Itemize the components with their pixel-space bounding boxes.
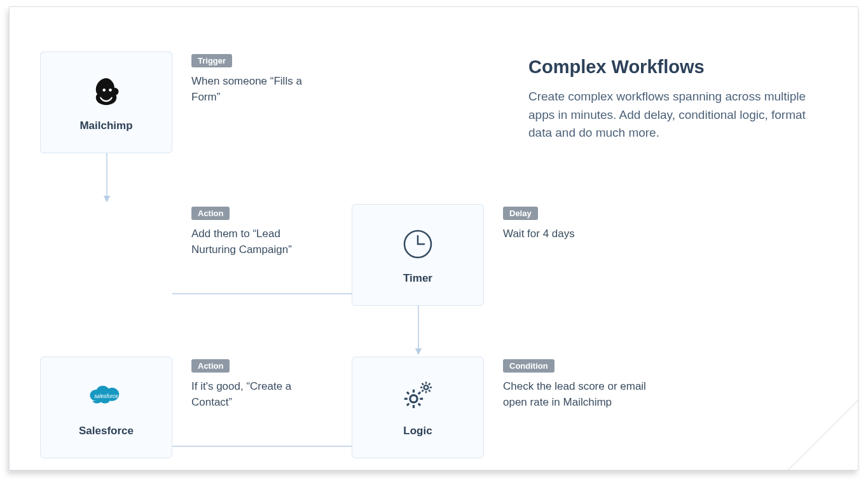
mailchimp-icon: [87, 72, 125, 111]
node-label: Mailchimp: [79, 120, 132, 132]
svg-line-12: [418, 404, 420, 406]
desc-text: If it's good, “Create a Contact”: [191, 379, 325, 410]
svg-text:salesforce: salesforce: [94, 394, 118, 399]
badge-delay: Delay: [503, 207, 538, 220]
desc-condition: Condition Check the lead score or email …: [503, 359, 649, 410]
desc-text: Add them to “Lead Nurturing Campaign”: [191, 226, 325, 257]
badge-trigger: Trigger: [191, 54, 232, 67]
desc-action2: Action If it's good, “Create a Contact”: [191, 359, 325, 410]
svg-line-20: [422, 383, 424, 385]
heading-block: Complex Workflows Create complex workflo…: [528, 57, 827, 142]
svg-line-13: [407, 404, 409, 406]
svg-line-11: [407, 392, 409, 394]
svg-line-14: [418, 392, 420, 394]
node-label: Timer: [403, 272, 432, 285]
badge-action: Action: [191, 207, 230, 220]
badge-action: Action: [191, 359, 230, 373]
connector-arrow: [106, 153, 107, 204]
node-timer[interactable]: Timer: [352, 204, 484, 306]
desc-trigger: Trigger When someone “Fills a Form”: [191, 54, 325, 105]
connector-line: [172, 446, 352, 447]
heading-body: Create complex workflows spanning across…: [528, 88, 827, 142]
svg-line-21: [429, 390, 430, 391]
clock-icon: [399, 225, 437, 263]
node-label: Logic: [403, 425, 432, 437]
desc-text: When someone “Fills a Form”: [191, 74, 325, 105]
salesforce-icon: salesforce: [87, 378, 125, 416]
desc-text: Wait for 4 days: [503, 226, 649, 242]
connector-line: [172, 293, 352, 294]
svg-line-23: [429, 383, 430, 385]
svg-point-6: [410, 395, 417, 402]
desc-action1: Action Add them to “Lead Nurturing Campa…: [191, 207, 325, 257]
page-card: Complex Workflows Create complex workflo…: [9, 6, 858, 470]
svg-point-15: [424, 385, 429, 390]
heading-title: Complex Workflows: [528, 57, 827, 78]
svg-line-22: [422, 390, 424, 391]
node-salesforce[interactable]: salesforce Salesforce: [40, 357, 172, 458]
node-logic[interactable]: Logic: [352, 357, 484, 458]
node-label: Salesforce: [79, 425, 134, 437]
gears-icon: [399, 378, 437, 416]
workflow-canvas: T Typeform Trigger When someone “Fills a…: [40, 51, 504, 458]
page-curl: [788, 400, 858, 470]
desc-text: Check the lead score or email open rate …: [503, 379, 649, 410]
node-mailchimp[interactable]: Mailchimp: [40, 51, 172, 153]
badge-condition: Condition: [503, 359, 555, 373]
desc-delay: Delay Wait for 4 days: [503, 207, 649, 242]
connector-arrow: [418, 306, 419, 357]
